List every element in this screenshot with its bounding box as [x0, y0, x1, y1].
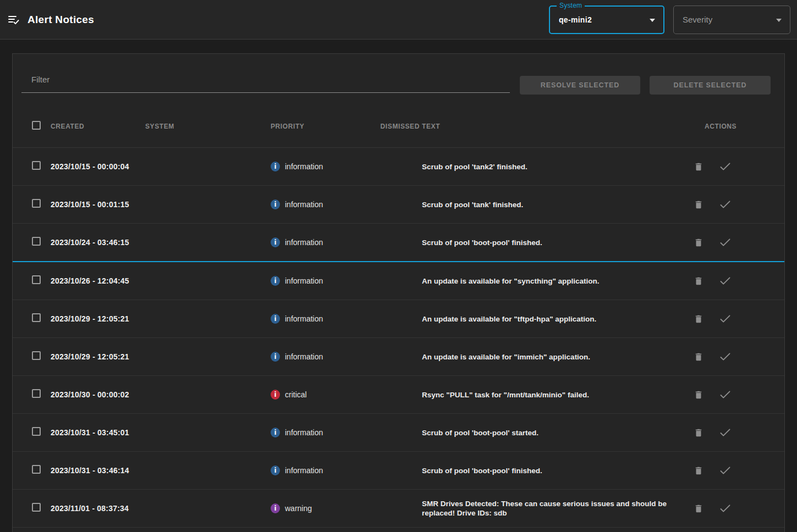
priority-icon: i [271, 465, 280, 475]
table-row: 2023/10/29 - 12:05:21iinformationAn upda… [13, 300, 784, 338]
trash-icon [694, 503, 703, 514]
trash-icon [694, 314, 703, 324]
delete-alert-button[interactable] [689, 235, 708, 250]
actions-cell [689, 387, 750, 402]
resolve-alert-button[interactable] [716, 501, 734, 516]
created-cell: 2023/11/01 - 08:37:34 [51, 504, 145, 513]
alert-text: Scrub of pool 'tank2' finished. [422, 162, 689, 171]
resolve-alert-button[interactable] [716, 159, 734, 174]
trash-icon [694, 199, 703, 210]
priority-label: information [285, 314, 323, 323]
delete-alert-button[interactable] [689, 311, 708, 326]
chevron-down-icon [776, 19, 782, 22]
priority-cell: iinformation [271, 237, 365, 247]
created-cell: 2023/10/29 - 12:05:21 [51, 352, 145, 361]
check-icon [719, 276, 731, 286]
table-body: 2023/10/15 - 00:00:04iinformationScrub o… [13, 148, 784, 528]
delete-alert-button[interactable] [689, 349, 708, 364]
row-checkbox-cell [32, 237, 51, 248]
resolve-selected-button[interactable]: RESOLVE SELECTED [520, 76, 640, 95]
resolve-alert-button[interactable] [716, 425, 734, 440]
row-checkbox[interactable] [32, 313, 41, 322]
priority-label: warning [285, 504, 312, 513]
row-checkbox-cell [32, 389, 51, 400]
delete-selected-button[interactable]: DELETE SELECTED [650, 76, 771, 95]
alert-text: Scrub of pool 'boot-pool' finished. [422, 238, 689, 247]
actions-cell [689, 501, 750, 516]
row-checkbox[interactable] [32, 389, 41, 398]
row-checkbox[interactable] [32, 351, 41, 360]
priority-cell: iinformation [271, 314, 365, 324]
priority-icon: i [271, 276, 280, 286]
delete-alert-button[interactable] [689, 273, 708, 289]
row-checkbox[interactable] [32, 237, 41, 246]
resolve-alert-button[interactable] [716, 273, 734, 289]
check-icon [719, 162, 731, 171]
system-select-value: qe-mini2 [559, 15, 592, 24]
row-checkbox[interactable] [32, 503, 41, 512]
resolve-alert-button[interactable] [716, 463, 734, 478]
actions-cell [689, 235, 750, 250]
check-icon [719, 428, 731, 437]
check-icon [719, 238, 731, 247]
priority-label: information [285, 428, 323, 437]
priority-cell: icritical [271, 390, 365, 400]
alerts-card: RESOLVE SELECTED DELETE SELECTED CREATED… [12, 53, 785, 532]
alert-text: Scrub of pool 'tank' finished. [422, 200, 689, 209]
check-icon [719, 352, 731, 362]
delete-alert-button[interactable] [689, 463, 708, 478]
delete-alert-button[interactable] [689, 501, 708, 516]
column-header-actions: ACTIONS [705, 123, 765, 130]
resolve-alert-button[interactable] [716, 197, 734, 212]
delete-alert-button[interactable] [689, 425, 708, 440]
priority-cell: iinformation [271, 465, 365, 475]
priority-icon: i [271, 162, 280, 171]
check-icon [719, 504, 731, 513]
priority-cell: iinformation [271, 276, 365, 286]
severity-select-placeholder: Severity [683, 15, 712, 24]
delete-alert-button[interactable] [689, 159, 708, 174]
row-checkbox[interactable] [32, 161, 41, 170]
priority-icon: i [271, 390, 280, 400]
row-checkbox-cell [32, 427, 51, 438]
title-group: Alert Notices [8, 14, 94, 26]
delete-alert-button[interactable] [689, 387, 708, 402]
filter-input[interactable] [21, 69, 510, 93]
priority-label: information [285, 162, 323, 171]
priority-cell: iinformation [271, 199, 365, 209]
table-row: 2023/10/26 - 12:04:45iinformationAn upda… [13, 262, 784, 300]
row-checkbox[interactable] [32, 199, 41, 208]
row-checkbox[interactable] [32, 427, 41, 436]
created-cell: 2023/10/15 - 00:01:15 [51, 200, 145, 209]
row-checkbox-cell [32, 161, 51, 172]
table-row: 2023/10/15 - 00:00:04iinformationScrub o… [13, 148, 784, 186]
row-checkbox-cell [32, 465, 51, 476]
severity-select[interactable]: Severity [673, 5, 790, 34]
resolve-alert-button[interactable] [716, 349, 734, 364]
select-all-checkbox[interactable] [32, 121, 41, 130]
created-cell: 2023/10/15 - 00:00:04 [51, 162, 145, 171]
row-checkbox[interactable] [32, 465, 41, 474]
priority-icon: i [271, 428, 280, 437]
table-row: 2023/10/29 - 12:05:21iinformationAn upda… [13, 338, 784, 376]
priority-label: information [285, 238, 323, 247]
trash-icon [694, 276, 703, 286]
priority-label: information [285, 276, 323, 285]
actions-cell [689, 349, 750, 364]
check-icon [719, 314, 731, 324]
resolve-alert-button[interactable] [716, 387, 734, 402]
row-checkbox[interactable] [32, 275, 41, 284]
priority-icon: i [271, 199, 280, 209]
table-row: 2023/10/31 - 03:45:01iinformationScrub o… [13, 414, 784, 452]
resolve-alert-button[interactable] [716, 311, 734, 326]
delete-alert-button[interactable] [689, 197, 708, 212]
actions-cell [689, 425, 750, 440]
system-select-label: System [557, 2, 585, 9]
system-select[interactable]: System qe-mini2 [549, 5, 664, 34]
column-header-system: SYSTEM [145, 123, 271, 130]
alert-text: Scrub of pool 'boot-pool' finished. [422, 466, 689, 475]
actions-cell [689, 463, 750, 478]
created-cell: 2023/10/26 - 12:04:45 [51, 276, 145, 285]
priority-cell: iinformation [271, 352, 365, 362]
resolve-alert-button[interactable] [716, 235, 734, 250]
